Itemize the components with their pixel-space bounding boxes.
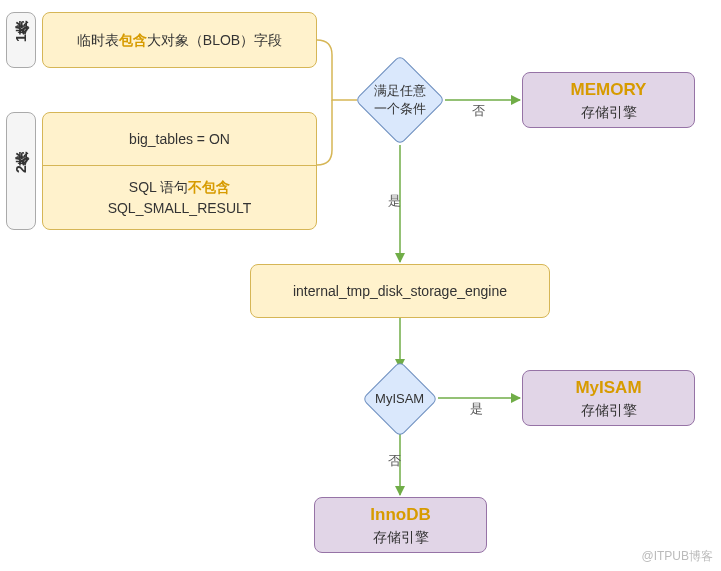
condition1-label: 条件 1 xyxy=(6,12,36,68)
decision-any-condition: 满足任意 一个条件 xyxy=(355,55,446,146)
edge-d2-no: 否 xyxy=(388,452,401,470)
decision2-text: MyISAM xyxy=(375,390,424,408)
decision1-text: 满足任意 一个条件 xyxy=(374,82,426,118)
result-innodb-title: InnoDB xyxy=(370,502,430,528)
result-innodb-sub: 存储引擎 xyxy=(373,527,429,548)
edge-d1-no: 否 xyxy=(472,102,485,120)
condition1-label-text: 条件 1 xyxy=(12,34,30,46)
condition2-box: big_tables = ON SQL 语句不包含 SQL_SMALL_RESU… xyxy=(42,112,317,230)
result-myisam-sub: 存储引擎 xyxy=(581,400,637,421)
result-memory: MEMORY 存储引擎 xyxy=(522,72,695,128)
decision-myisam: MyISAM xyxy=(362,361,438,437)
edge-d1-yes: 是 xyxy=(388,192,401,210)
condition1-text: 临时表包含大对象（BLOB）字段 xyxy=(77,30,282,51)
watermark: @ITPUB博客 xyxy=(641,548,713,565)
condition2-row2: SQL 语句不包含 SQL_SMALL_RESULT xyxy=(43,165,316,229)
condition2-label: 条件 2 xyxy=(6,112,36,230)
process-storage-engine-var: internal_tmp_disk_storage_engine xyxy=(250,264,550,318)
result-memory-sub: 存储引擎 xyxy=(581,102,637,123)
condition2-row1: big_tables = ON xyxy=(43,113,316,165)
result-myisam: MyISAM 存储引擎 xyxy=(522,370,695,426)
result-innodb: InnoDB 存储引擎 xyxy=(314,497,487,553)
result-memory-title: MEMORY xyxy=(571,77,647,103)
result-myisam-title: MyISAM xyxy=(575,375,641,401)
edge-d2-yes: 是 xyxy=(470,400,483,418)
condition2-label-text: 条件 2 xyxy=(12,165,30,177)
condition1-box: 临时表包含大对象（BLOB）字段 xyxy=(42,12,317,68)
